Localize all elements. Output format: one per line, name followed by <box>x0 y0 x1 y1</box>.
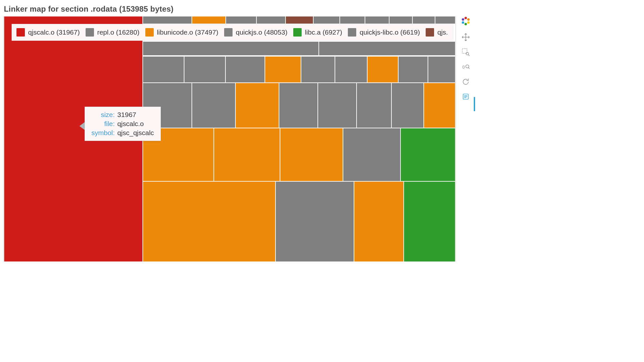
treemap-cell[interactable] <box>318 83 357 128</box>
legend-label: qjs. <box>437 28 448 36</box>
treemap-cell[interactable] <box>225 56 265 83</box>
legend-label: libc.a (6927) <box>305 28 342 36</box>
treemap-cell[interactable] <box>279 83 318 128</box>
svg-point-3 <box>464 23 467 26</box>
legend-item[interactable]: libunicode.o (37497) <box>145 28 218 37</box>
legend-item[interactable]: repl.o (16280) <box>86 28 140 37</box>
treemap-cell[interactable] <box>235 83 279 128</box>
tooltip-size-label: size: <box>90 110 116 119</box>
wheel-zoom-tool[interactable]: 0 <box>461 62 471 72</box>
treemap-cell[interactable] <box>335 56 367 83</box>
legend-item[interactable]: quickjs.o (48053) <box>224 28 287 37</box>
treemap-cell[interactable] <box>226 16 256 24</box>
treemap-cell[interactable] <box>313 16 340 24</box>
treemap-cell[interactable] <box>192 16 226 24</box>
legend-label: quickjs.o (48053) <box>236 28 287 36</box>
treemap-cell[interactable] <box>214 128 280 181</box>
treemap-cell[interactable] <box>192 83 235 128</box>
legend-swatch <box>348 28 356 37</box>
hover-tool-active-indicator <box>474 97 475 111</box>
treemap-cell[interactable] <box>143 16 192 24</box>
legend[interactable]: qjscalc.o (31967)repl.o (16280)libunicod… <box>12 24 453 41</box>
legend-swatch <box>86 28 94 37</box>
treemap-cell[interactable] <box>357 83 391 128</box>
treemap-cell[interactable] <box>435 16 455 24</box>
treemap-cell[interactable] <box>340 16 365 24</box>
treemap-cell[interactable] <box>400 128 455 181</box>
treemap-cell[interactable] <box>365 16 389 24</box>
tooltip-arrow <box>79 122 85 130</box>
legend-swatch <box>16 28 25 37</box>
legend-label: quickjs-libc.o (6619) <box>359 28 420 36</box>
treemap-cell[interactable] <box>280 128 343 181</box>
legend-label: qjscalc.o (31967) <box>28 28 80 36</box>
treemap-plot[interactable]: qjscalc.o (31967)repl.o (16280)libunicod… <box>3 16 456 262</box>
treemap-cell[interactable] <box>286 16 313 24</box>
svg-point-5 <box>462 18 464 21</box>
legend-item[interactable]: qjscalc.o (31967) <box>16 28 80 37</box>
plot-toolbar: 0 <box>459 16 472 101</box>
page-title: Linker map for section .rodata (153985 b… <box>4 5 173 14</box>
pan-tool[interactable] <box>461 32 471 42</box>
legend-item[interactable]: libc.a (6927) <box>293 28 342 37</box>
tooltip-symbol-label: symbol: <box>90 128 116 137</box>
tooltip-size-value: 31967 <box>116 110 155 119</box>
treemap-cell[interactable] <box>319 41 455 56</box>
bokeh-logo-icon[interactable] <box>461 16 471 27</box>
treemap-cell[interactable] <box>428 56 455 83</box>
treemap-cells <box>4 16 455 261</box>
tooltip-file-label: file: <box>90 119 116 128</box>
legend-label: libunicode.o (37497) <box>157 28 218 36</box>
treemap-cell[interactable] <box>143 56 184 83</box>
legend-item[interactable]: quickjs-libc.o (6619) <box>348 28 420 37</box>
svg-point-4 <box>462 21 464 24</box>
svg-point-7 <box>466 52 469 55</box>
svg-point-1 <box>467 18 470 21</box>
hover-tooltip: size: 31967 file: qjscalc.o symbol: qjsc… <box>85 107 161 141</box>
treemap-cell[interactable] <box>398 56 428 83</box>
treemap-cell[interactable] <box>354 181 404 262</box>
treemap-cell[interactable] <box>412 16 435 24</box>
treemap-cell[interactable] <box>301 56 335 83</box>
treemap-cell[interactable] <box>275 181 354 262</box>
treemap-cell[interactable] <box>265 56 301 83</box>
svg-point-2 <box>467 21 470 24</box>
treemap-cell[interactable] <box>143 181 275 262</box>
treemap-cell[interactable] <box>367 56 398 83</box>
svg-text:0: 0 <box>462 65 464 69</box>
reset-tool[interactable] <box>461 77 471 87</box>
treemap-cell[interactable] <box>404 181 455 262</box>
treemap-cell[interactable] <box>184 56 225 83</box>
legend-swatch <box>293 28 302 37</box>
treemap-cell[interactable] <box>391 83 424 128</box>
legend-label: repl.o (16280) <box>97 28 140 36</box>
hover-tool[interactable] <box>461 92 471 101</box>
tooltip-symbol-value: qjsc_qjscalc <box>116 128 155 137</box>
legend-swatch <box>145 28 154 37</box>
treemap-cell[interactable] <box>256 16 286 24</box>
legend-item[interactable]: qjs. <box>426 28 448 37</box>
svg-point-0 <box>464 17 467 19</box>
treemap-cell[interactable] <box>424 83 455 128</box>
legend-swatch <box>426 28 434 37</box>
tooltip-file-value: qjscalc.o <box>116 119 155 128</box>
treemap-cell[interactable] <box>389 16 412 24</box>
treemap-cell[interactable] <box>343 128 400 181</box>
legend-swatch <box>224 28 233 37</box>
treemap-cell[interactable] <box>143 41 319 56</box>
box-zoom-tool[interactable] <box>461 47 471 57</box>
